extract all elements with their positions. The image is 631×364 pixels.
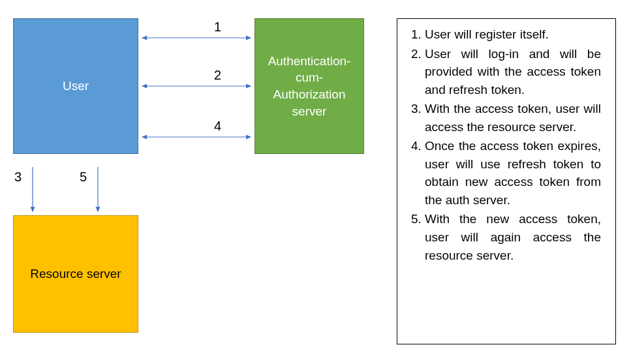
steps-list: User will register itself. User will log… xyxy=(407,25,601,264)
arrow-4-label: 4 xyxy=(214,119,221,134)
arrow-3-label: 3 xyxy=(14,170,22,185)
arrow-2-label: 2 xyxy=(214,68,221,83)
step-1: User will register itself. xyxy=(425,25,601,44)
arrow-1-label: 1 xyxy=(214,20,221,35)
resource-server-box: Resource server xyxy=(13,215,138,333)
step-3: With the access token, user will access … xyxy=(425,100,601,136)
user-box: User xyxy=(13,18,138,154)
auth-server-box: Authentication-cum-Authorization server xyxy=(254,18,364,154)
steps-panel: User will register itself. User will log… xyxy=(397,18,616,344)
resource-server-box-label: Resource server xyxy=(30,267,121,281)
diagram-canvas: User Authentication-cum-Authorization se… xyxy=(0,0,631,364)
user-box-label: User xyxy=(63,79,89,93)
step-4: Once the access token expires, user will… xyxy=(425,137,601,209)
auth-server-box-label: Authentication-cum-Authorization server xyxy=(260,53,358,120)
step-5: With the new access token, user will aga… xyxy=(425,210,601,264)
step-2: User will log-in and will be provided wi… xyxy=(425,45,601,99)
arrow-5-label: 5 xyxy=(80,170,87,185)
